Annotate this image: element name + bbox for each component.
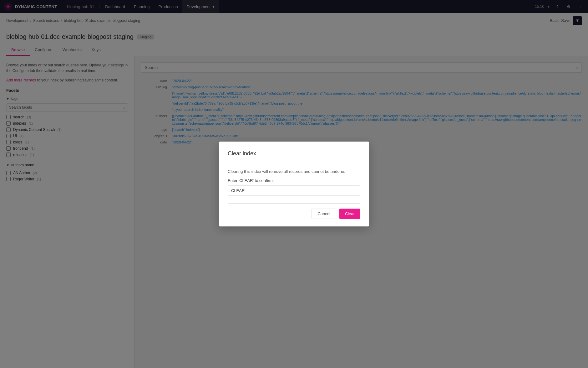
- modal-overlay: Clear index Clearing this index will rem…: [0, 0, 588, 368]
- clear-index-modal: Clear index Clearing this index will rem…: [219, 142, 369, 227]
- modal-description: Clearing this index will remove all reco…: [228, 168, 360, 175]
- modal-actions: Cancel Clear: [228, 203, 360, 219]
- clear-button[interactable]: Clear: [339, 209, 360, 219]
- clear-confirm-input[interactable]: [228, 185, 360, 196]
- modal-title: Clear index: [228, 150, 360, 162]
- modal-label: Enter 'CLEAR' to confirm.: [228, 178, 360, 183]
- cancel-button[interactable]: Cancel: [312, 209, 336, 219]
